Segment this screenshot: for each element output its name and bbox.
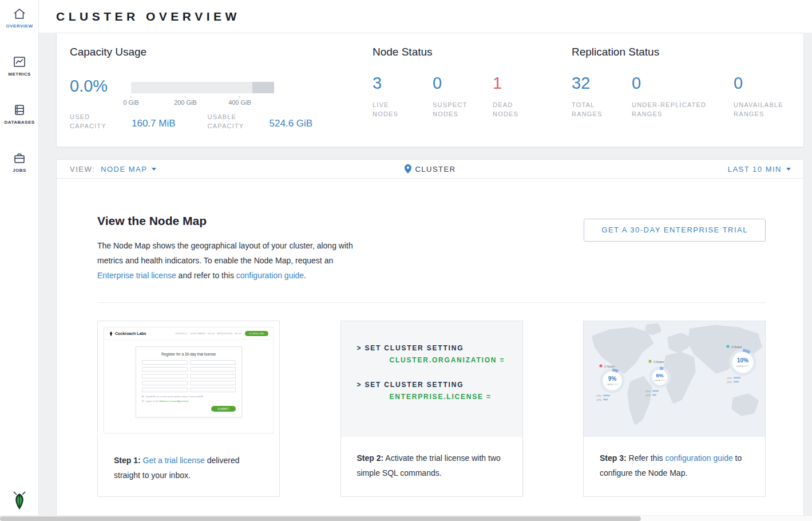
svg-text:CPU: CPU [645,390,651,393]
mini-input-field [142,367,188,372]
live-nodes-label: LIVE NODES [373,100,408,119]
cluster-summary-card: Capacity Usage 0.0% 0 GiB 200 GiB 400 Gi… [56,33,804,147]
svg-text:3 Nodes: 3 Nodes [604,365,615,368]
sql-prompt-line: > SET CLUSTER SETTING [357,381,522,389]
sidebar-item-overview[interactable]: OVERVIEW [0,0,39,34]
dead-nodes-stat: 1 DEAD NODES [493,74,553,119]
enterprise-trial-license-link[interactable]: Enterprise trial license [97,271,176,280]
scope-label: CLUSTER [415,165,455,173]
view-selector-dropdown[interactable]: NODE MAP [101,165,156,173]
registration-screenshot: Cockroach Labs PRODUCT CUSTOMERS DOCS RE… [104,327,274,433]
sql-prompt-line: > SET CLUSTER SETTING [357,344,522,352]
capacity-axis: 0 GiB 200 GiB 400 GiB [131,93,274,108]
usable-capacity-label: USABLE CAPACITY [208,112,255,131]
capacity-tick: 400 GiB [228,96,251,106]
mini-input-field [190,374,236,378]
step-2-card: > SET CLUSTER SETTING CLUSTER.ORGANIZATI… [340,321,523,497]
used-capacity-value: 160.7 MiB [132,118,176,129]
mini-cockroach-logo-icon [109,331,113,337]
dead-nodes-label: DEAD NODES [493,100,528,119]
node-map-panel: View the Node Map The Node Map shows the… [56,179,804,516]
step-3-caption: Step 3: Refer this configuration guide t… [600,451,749,480]
dead-nodes-value: 1 [493,74,553,92]
total-ranges-value: 32 [572,74,632,92]
database-icon [13,104,26,116]
sidebar-item-metrics[interactable]: METRICS [0,48,39,82]
node-map-preview-image: 3 Nodes 3 Nodes 3 Nodes 9% CAPACITY CPU [584,321,765,437]
metrics-chart-icon [13,56,26,68]
mini-submit-button: SUBMIT [211,406,235,412]
view-label: VIEW: [70,165,95,173]
replication-status-title: Replication Status [572,46,802,58]
suspect-nodes-stat: 0 SUSPECT NODES [433,74,493,119]
mini-checkbox-row: I agree to the Software License Agreemen… [142,400,236,402]
mini-input-field [142,388,188,392]
sidebar-item-databases[interactable]: DATABASES [0,96,39,131]
node-status-title: Node Status [373,46,553,58]
under-replicated-label: UNDER-REPLICATED RANGES [632,100,724,119]
configuration-guide-link[interactable]: configuration guide [665,453,732,463]
svg-text:CAPACITY: CAPACITY [736,365,749,368]
get-trial-license-link[interactable]: Get a trial license [143,456,205,465]
capacity-bar-segment [252,82,274,93]
capacity-usage-section: Capacity Usage 0.0% 0 GiB 200 GiB 400 Gi… [70,46,350,58]
divider [97,302,766,303]
horizontal-scrollbar-thumb[interactable] [0,516,641,521]
node-status-section: Node Status 3 LIVE NODES 0 SUSPECT NODES… [373,46,553,119]
sidebar-item-label: METRICS [8,72,31,77]
svg-text:QPS: QPS [727,381,732,384]
home-icon [13,8,26,19]
svg-text:QPS: QPS [645,394,651,397]
used-capacity-label: USED CAPACITY [70,112,117,131]
briefcase-icon [13,152,26,164]
step-1-caption: Step 1: Get a trial license delivered st… [114,453,263,483]
chevron-down-icon [152,168,156,171]
mini-input-field [190,367,236,372]
sql-code-block: > SET CLUSTER SETTING CLUSTER.ORGANIZATI… [341,321,522,437]
sidebar-item-label: DATABASES [4,120,34,125]
time-range-dropdown[interactable]: LAST 10 MIN [728,165,791,173]
capacity-details: USED CAPACITY 160.7 MiB USABLE CAPACITY … [70,112,344,131]
unavailable-label: UNAVAILABLE RANGES [734,100,791,119]
svg-text:QPS: QPS [596,398,601,401]
sql-setting-line: ENTERPRISE.LICENSE = [390,393,522,401]
live-nodes-value: 3 [373,74,433,92]
enterprise-trial-button[interactable]: GET A 30-DAY ENTERPRISE TRIAL [584,219,766,242]
svg-text:3 Nodes: 3 Nodes [731,345,742,349]
location-pin-icon [404,164,411,173]
svg-text:6%: 6% [656,373,663,378]
mini-trial-form: Register for a 30-day trial license [136,346,242,417]
svg-text:CPU: CPU [727,377,732,380]
suspect-nodes-value: 0 [433,74,493,92]
sidebar: OVERVIEW METRICS DATABASES [0,0,39,521]
under-replicated-ranges-stat: 0 UNDER-REPLICATED RANGES [632,74,734,119]
mini-input-field [142,360,188,365]
cluster-overview-page: OVERVIEW METRICS DATABASES [0,0,812,521]
under-replicated-value: 0 [632,74,734,92]
replication-status-section: Replication Status 32 TOTAL RANGES 0 UND… [572,46,802,119]
svg-text:CPU: CPU [596,394,601,397]
capacity-tick: 200 GiB [174,96,197,106]
chevron-down-icon [786,168,791,171]
node-map-title: View the Node Map [97,214,207,228]
mini-input-field [142,381,188,385]
page-title: CLUSTER OVERVIEW [56,10,240,23]
mini-input-field [190,360,236,365]
svg-text:CAPACITY: CAPACITY [654,380,666,382]
sidebar-item-jobs[interactable]: JOBS [0,144,39,179]
capacity-tick: 0 GiB [123,96,139,106]
capacity-bar: 0 GiB 200 GiB 400 GiB [131,82,274,108]
step-2-caption: Step 2: Activate the trial license with … [357,451,506,480]
suspect-nodes-label: SUSPECT NODES [433,100,478,119]
svg-text:9%: 9% [608,376,617,382]
svg-text:10%: 10% [737,357,748,364]
live-nodes-stat: 3 LIVE NODES [373,74,433,119]
mini-input-field [190,388,236,392]
capacity-used-percent: 0.0% [70,77,108,96]
configuration-guide-link[interactable]: configuration guide [236,271,304,280]
total-ranges-label: TOTAL RANGES [572,100,607,119]
mini-nav: PRODUCT CUSTOMERS DOCS RESOURCES BLOG [176,332,242,335]
sidebar-item-label: OVERVIEW [6,23,33,29]
horizontal-scrollbar[interactable] [0,515,812,521]
svg-text:CAPACITY: CAPACITY [606,384,619,386]
